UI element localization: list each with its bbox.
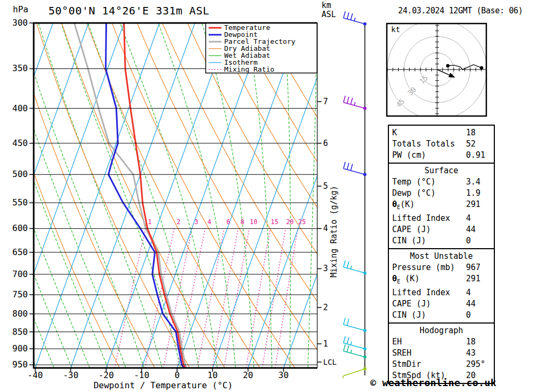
line xyxy=(343,344,345,351)
wind-barb xyxy=(343,11,366,26)
sounding-curves xyxy=(74,23,186,368)
hodograph-trace-end-dot xyxy=(480,66,483,70)
stat-label: Lifted Index xyxy=(392,287,466,298)
parcel-trajectory-curve xyxy=(74,23,186,368)
mixing-ratio-label: 8 xyxy=(241,218,244,226)
isotherm-line xyxy=(212,23,337,368)
pressure-tick-label: 650 xyxy=(12,247,28,257)
mixing-ratio-label: 20 xyxy=(286,218,294,226)
line xyxy=(343,325,365,330)
wind-barb-dot xyxy=(363,107,366,110)
asl-label: ASL xyxy=(322,10,336,19)
km-tick-label: 1 xyxy=(323,339,328,349)
isotherm-line xyxy=(106,23,230,368)
mixing-ratio-line xyxy=(114,228,146,368)
legend-label: Mixing Ratio xyxy=(224,65,274,73)
stat-label: CAPE (J) xyxy=(392,224,466,235)
table-row: Dewp (°C)1.9 xyxy=(389,188,494,199)
skewt-sounding-page: 1234681015202530035040045050055060065070… xyxy=(0,0,535,392)
km-axis: 7654321LCLMixing Ratio (g/kg) xyxy=(317,97,339,366)
temp-tick-label: -40 xyxy=(27,370,43,380)
stat-label: SREH xyxy=(392,348,466,359)
stat-value: 291 xyxy=(466,199,491,213)
pressure-tick-label: 750 xyxy=(12,289,28,299)
wind-barb-dot xyxy=(363,173,366,176)
run-datetime: 24.03.2024 12GMT (Base: 06) xyxy=(398,6,523,16)
line xyxy=(350,98,352,105)
stat-value: 3.4 xyxy=(466,176,491,188)
line xyxy=(347,12,349,19)
x-axis-title: Dewpoint / Temperature (°C) xyxy=(94,380,233,390)
mixing-ratio-label: 25 xyxy=(298,218,305,226)
line xyxy=(343,376,344,379)
line xyxy=(347,163,349,170)
mixing-ratio-label: 6 xyxy=(226,218,230,226)
hodograph-trace-start-dot xyxy=(446,64,449,67)
stat-label: CIN (J) xyxy=(392,235,466,247)
line xyxy=(343,369,365,376)
table-row: θE(K)291 xyxy=(389,199,494,213)
stat-value: 18 xyxy=(466,336,491,348)
temp-tick-label: -10 xyxy=(134,370,149,380)
pressure-tick-label: 600 xyxy=(12,223,28,233)
stat-label: Temp (°C) xyxy=(392,176,466,188)
pressure-tick-label: 550 xyxy=(12,197,28,207)
table-row: SREH43 xyxy=(389,348,494,359)
stat-label: Lifted Index xyxy=(392,213,466,224)
wind-barb-dot xyxy=(363,329,366,332)
line xyxy=(343,267,365,273)
pressure-tick-label: 350 xyxy=(12,63,28,73)
km-tick-label: 7 xyxy=(323,97,328,106)
stat-label: PW (cm) xyxy=(392,150,466,161)
pressure-tick-label: 900 xyxy=(12,343,28,353)
mixing-ratio-line xyxy=(212,228,239,368)
hodograph-unit-label: kt xyxy=(391,25,400,34)
line xyxy=(350,342,351,345)
table-row: Totals Totals52 xyxy=(389,139,494,150)
line xyxy=(343,11,345,18)
stat-value: 0 xyxy=(466,310,491,321)
pressure-tick-label: 950 xyxy=(12,359,28,370)
hodograph-panel: 153045kt xyxy=(387,20,487,119)
mixing-ratio-label: 1 xyxy=(148,218,151,226)
stat-value: 0 xyxy=(466,235,491,247)
mixing-ratio-label: 4 xyxy=(208,218,211,226)
stat-label: CAPE (J) xyxy=(392,298,466,310)
stat-value: 295° xyxy=(466,359,491,370)
mixing-ratio-label: 3 xyxy=(194,218,198,226)
stat-value: 4 xyxy=(466,213,491,224)
wind-barb-dot xyxy=(363,355,366,358)
table-row: θE (K)291 xyxy=(389,273,494,287)
stat-value: 44 xyxy=(466,298,491,310)
stat-label: θE(K) xyxy=(392,199,466,213)
pressure-tick-label: 800 xyxy=(12,309,28,319)
line xyxy=(343,162,345,169)
wet-adiabat xyxy=(120,23,217,368)
wind-barb-dot xyxy=(363,347,366,350)
km-tick-label: 3 xyxy=(323,264,328,273)
table-row: Temp (°C)3.4 xyxy=(389,176,494,188)
line xyxy=(343,96,345,103)
temp-tick-label: -30 xyxy=(63,370,79,380)
table-row: CIN (J)0 xyxy=(389,235,494,247)
stat-value: 44 xyxy=(466,224,491,235)
altitude-axis-unit: km ASL xyxy=(322,1,336,19)
stat-value: 291 xyxy=(466,273,491,287)
mixing-ratio-labels: 12346810152025 xyxy=(148,218,305,226)
storm-motion-arrowhead xyxy=(448,73,455,78)
wet-adiabat xyxy=(158,23,235,368)
pressure-tick-label: 700 xyxy=(12,269,28,279)
hodograph-trace xyxy=(448,65,482,70)
stat-value: 18 xyxy=(466,127,491,139)
km-tick-label: 6 xyxy=(323,139,328,148)
stat-value: 967 xyxy=(466,262,491,273)
stat-value: 52 xyxy=(466,139,491,150)
table-title: Surface xyxy=(389,165,494,176)
stat-label: θE (K) xyxy=(392,273,466,287)
storm-motion-vector xyxy=(437,70,452,76)
line xyxy=(347,319,349,326)
stat-label: Pressure (mb) xyxy=(392,262,466,273)
line xyxy=(343,336,345,343)
line xyxy=(343,260,345,267)
temp-tick-label: 10 xyxy=(208,370,218,380)
